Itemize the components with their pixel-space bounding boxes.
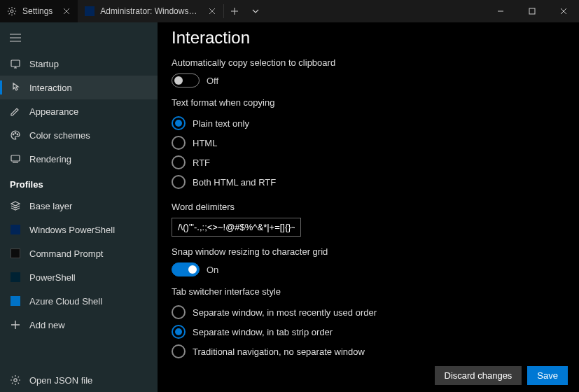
sidebar-item-label: Azure Cloud Shell — [29, 296, 102, 307]
sidebar-item-label: Add new — [29, 320, 65, 330]
palette-icon — [10, 130, 21, 141]
sidebar-item-interaction[interactable]: Interaction — [0, 76, 158, 99]
window-close-button[interactable] — [547, 0, 579, 22]
radio-icon — [172, 155, 186, 169]
svg-rect-1 — [529, 8, 535, 14]
auto-copy-toggle[interactable] — [172, 74, 200, 88]
radio-label: Plain text only — [193, 118, 249, 129]
layers-icon — [10, 200, 21, 211]
svg-point-7 — [14, 379, 17, 382]
sidebar-item-label: Open JSON file — [29, 375, 92, 386]
svg-rect-2 — [11, 60, 20, 66]
appearance-icon — [10, 106, 21, 117]
svg-point-4 — [15, 132, 16, 134]
page-title: Interaction — [172, 28, 565, 48]
sidebar-item-label: Windows PowerShell — [29, 225, 115, 235]
radio-icon — [172, 116, 186, 130]
sidebar-item-label: Startup — [29, 59, 59, 69]
radio-icon — [172, 325, 186, 339]
sidebar-item-base-layer[interactable]: Base layer — [0, 194, 158, 218]
radio-label: RTF — [193, 158, 210, 168]
discard-button[interactable]: Discard changes — [435, 366, 522, 385]
radio-icon — [172, 305, 186, 319]
cmd-icon — [10, 248, 21, 259]
sidebar-item-open-json[interactable]: Open JSON file — [0, 368, 158, 392]
powershell-icon — [85, 6, 95, 16]
word-delimiters-label: Word delimiters — [172, 202, 565, 212]
radio-label: Separate window, in tab strip order — [193, 327, 333, 337]
close-icon[interactable] — [207, 6, 218, 17]
minimize-button[interactable] — [484, 0, 516, 22]
sidebar-item-command-prompt[interactable]: Command Prompt — [0, 241, 158, 265]
sidebar-item-color-schemes[interactable]: Color schemes — [0, 123, 158, 147]
radio-label: Traditional navigation, no separate wind… — [193, 346, 365, 357]
save-button[interactable]: Save — [527, 366, 568, 385]
sidebar-item-powershell[interactable]: PowerShell — [0, 265, 158, 289]
sidebar-item-rendering[interactable]: Rendering — [0, 147, 158, 171]
radio-label: Separate window, in most recently used o… — [193, 307, 377, 318]
sidebar: Startup Interaction Appearance Color sch… — [0, 22, 158, 392]
new-tab-dropdown[interactable] — [245, 0, 266, 22]
tab-label: Settings — [22, 6, 53, 16]
svg-point-0 — [11, 10, 13, 13]
tab-label: Administrator: Windows PowerS — [100, 6, 198, 16]
tab-powershell[interactable]: Administrator: Windows PowerS — [78, 0, 223, 22]
text-format-option-both[interactable]: Both HTML and RTF — [172, 172, 565, 192]
plus-icon — [10, 319, 21, 330]
title-bar: Settings Administrator: Windows PowerS — [0, 0, 579, 22]
new-tab-button[interactable] — [224, 0, 245, 22]
text-format-option-rtf[interactable]: RTF — [172, 153, 565, 172]
sidebar-item-azure-cloud-shell[interactable]: Azure Cloud Shell — [0, 289, 158, 313]
footer-bar: Discard changes Save — [158, 359, 579, 392]
profiles-header: Profiles — [0, 171, 158, 194]
svg-point-3 — [13, 134, 14, 135]
tab-switcher-option-strip[interactable]: Separate window, in tab strip order — [172, 322, 565, 342]
rendering-icon — [10, 153, 21, 164]
pwsh-icon — [10, 272, 21, 283]
tab-settings[interactable]: Settings — [0, 0, 78, 22]
sidebar-item-label: Command Prompt — [29, 248, 103, 259]
radio-label: HTML — [193, 138, 217, 148]
sidebar-item-label: PowerShell — [29, 272, 76, 283]
tab-switcher-option-traditional[interactable]: Traditional navigation, no separate wind… — [172, 342, 565, 359]
radio-label: Both HTML and RTF — [193, 177, 276, 188]
auto-copy-label: Automatically copy selection to clipboar… — [172, 57, 565, 68]
hamburger-button[interactable] — [0, 25, 158, 52]
gear-icon — [7, 6, 17, 16]
tab-switcher-label: Tab switcher interface style — [172, 286, 565, 297]
close-icon[interactable] — [61, 6, 72, 17]
sidebar-item-add-new[interactable]: Add new — [0, 313, 158, 337]
sidebar-item-label: Appearance — [29, 106, 78, 117]
maximize-button[interactable] — [516, 0, 547, 22]
sidebar-item-windows-powershell[interactable]: Windows PowerShell — [0, 218, 158, 241]
sidebar-item-label: Rendering — [29, 154, 71, 164]
radio-icon — [172, 175, 186, 189]
gear-icon — [10, 374, 21, 386]
sidebar-item-appearance[interactable]: Appearance — [0, 99, 158, 123]
text-format-label: Text format when copying — [172, 97, 565, 108]
snap-state: On — [207, 265, 218, 275]
sidebar-item-startup[interactable]: Startup — [0, 52, 158, 76]
tab-switcher-option-mru[interactable]: Separate window, in most recently used o… — [172, 302, 565, 322]
startup-icon — [10, 58, 21, 69]
sidebar-item-label: Color schemes — [29, 130, 90, 141]
text-format-option-html[interactable]: HTML — [172, 133, 565, 153]
word-delimiters-input[interactable] — [172, 218, 301, 237]
auto-copy-state: Off — [207, 76, 218, 86]
powershell-icon — [10, 224, 21, 235]
sidebar-item-label: Interaction — [29, 83, 72, 93]
azure-icon — [10, 295, 21, 307]
svg-rect-6 — [11, 155, 20, 161]
radio-icon — [172, 136, 186, 150]
radio-icon — [172, 344, 186, 358]
snap-label: Snap window resizing to character grid — [172, 246, 565, 257]
interaction-icon — [10, 82, 21, 93]
sidebar-item-label: Base layer — [29, 201, 72, 211]
svg-point-5 — [17, 134, 18, 135]
content-area: Interaction Automatically copy selection… — [158, 22, 579, 392]
text-format-option-plain[interactable]: Plain text only — [172, 113, 565, 133]
snap-toggle[interactable] — [172, 262, 200, 276]
